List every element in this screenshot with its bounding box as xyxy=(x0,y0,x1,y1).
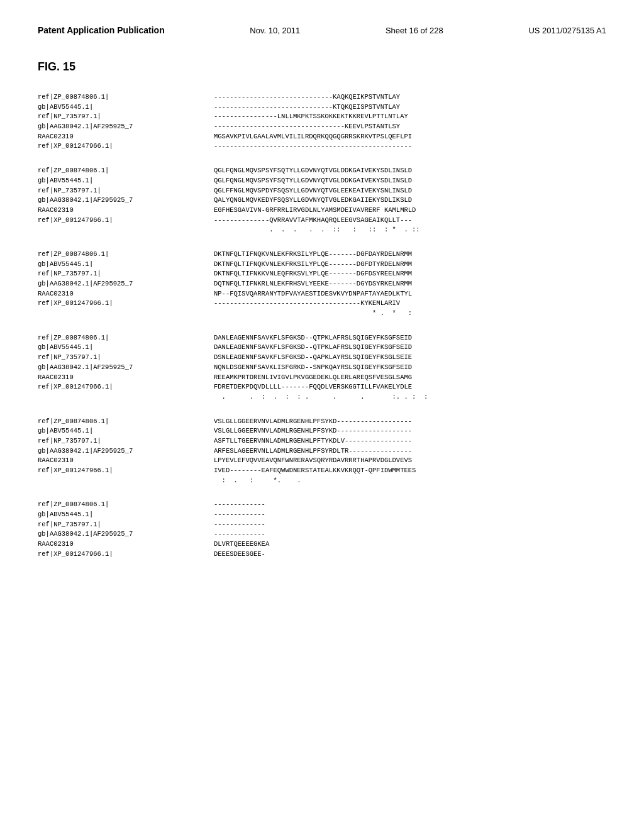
sequence-data: IVED--------EAFEQWWDNERSTATEALKKVKRQQT-Q… xyxy=(214,466,416,475)
sequence-data: ------------- xyxy=(214,520,265,529)
sequence-data: ------------- xyxy=(214,529,265,539)
sequence-id: ref|XP_001247966.1| xyxy=(38,216,214,225)
alignment-row: ref|NP_735797.1|------------- xyxy=(38,520,606,529)
alignment-row: ref|XP_001247966.1|DEEESDEESGEE- xyxy=(38,550,606,559)
sequence-id: RAAC02310 xyxy=(38,373,214,382)
sequence-id: ref|NP_735797.1| xyxy=(38,112,214,121)
alignment-row: gb|ABV55445.1|--------------------------… xyxy=(38,102,606,112)
sequence-data: DKTNFQLTIFNQKVNLEKFRKSILYPLQE-------DGFD… xyxy=(214,250,412,259)
sequence-id: gb|AAG38042.1|AF295925_7 xyxy=(38,279,214,289)
sequence-data: QGLFQNGLMQVSPSYFSQTYLLGDVNYQTVGLDDKGAIVE… xyxy=(214,176,412,185)
sequence-data: VSLGLLGGEERVNVLADMLRGENHLPFSYKD---------… xyxy=(214,426,412,436)
alignment-row: ref|ZP_00874806.1|DKTNFQLTIFNQKVNLEKFRKS… xyxy=(38,250,606,259)
sequence-id: ref|XP_001247966.1| xyxy=(38,141,214,151)
alignment-block-1: ref|ZP_00874806.1|QGLFQNGLMQVSPSYFSQTYLL… xyxy=(38,166,606,235)
sequence-data: -------------------------------------KYK… xyxy=(214,299,400,308)
sequence-id: gb|ABV55445.1| xyxy=(38,510,214,519)
consensus-id xyxy=(38,392,214,402)
alignment-row: gb|ABV55445.1|------------- xyxy=(38,510,606,519)
header-date: Nov. 10, 2011 xyxy=(250,26,300,35)
alignment-row: ref|NP_735797.1|DKTNFQLTIFNKKVNLEQFRKSVL… xyxy=(38,269,606,279)
alignment-row: gb|AAG38042.1|AF295925_7QALYQNGLMQVKEDYF… xyxy=(38,196,606,205)
consensus-id xyxy=(38,476,214,485)
alignment-row: RAAC02310DLVRTQEEEEGKEA xyxy=(38,540,606,549)
sequence-data: NP--FQISVQARRANYTDFVAYAESTIDESVKVYDNPAFT… xyxy=(214,289,412,299)
sequence-data: ARFESLAGEERVNLLADMLRGENHLPFSYRDLTR------… xyxy=(214,446,412,456)
sequence-id: ref|XP_001247966.1| xyxy=(38,382,214,392)
sequence-data: QGLFFNGLMQVSPDYFSQSYLLGDVNYQTVGLEEKEAIVE… xyxy=(214,186,412,196)
sequence-id: gb|ABV55445.1| xyxy=(38,176,214,185)
sequence-id: RAAC02310 xyxy=(38,132,214,141)
consensus-row: . . . . . :: : :: : * . :: xyxy=(38,225,606,235)
figure-title: FIG. 15 xyxy=(38,60,606,74)
alignment-row: ref|NP_735797.1|ASFTLLTGEERVNNLADMLRGENH… xyxy=(38,436,606,446)
alignment-row: RAAC02310NP--FQISVQARRANYTDFVAYAESTIDESV… xyxy=(38,289,606,299)
header-patent: US 2011/0275135 A1 xyxy=(528,26,606,35)
sequence-id: gb|ABV55445.1| xyxy=(38,102,214,112)
alignment-row: ref|NP_735797.1|DSNLEAGENNFSAVKFLSFGKSD-… xyxy=(38,353,606,362)
alignment-block-4: ref|ZP_00874806.1|VSLGLLGGEERVNVLADMLRGE… xyxy=(38,417,606,485)
sequence-data: ------------- xyxy=(214,500,265,509)
sequence-data: ASFTLLTGEERVNNLADMLRGENHLPFTYKDLV-------… xyxy=(214,436,412,446)
alignment-row: RAAC02310REEAMKPRTDRENLIVIGVLPKVGGEDEKLQ… xyxy=(38,373,606,382)
sequence-data: EGFHESGAVIVN-GRFRRLIRVGDLNLYAMSMDEIVAVRE… xyxy=(214,206,416,215)
sequence-data: MGSAVKPIVLGAALAVMLVILILRDQRKQQGQGRRSKRKV… xyxy=(214,132,412,141)
alignment-row: ref|XP_001247966.1|IVED--------EAFEQWWDN… xyxy=(38,466,606,475)
sequence-data: DSNLEAGENNFSAVKFLSFGKSD--QAPKLAYRSLSQIGE… xyxy=(214,353,412,362)
sequence-data: --------------QVRRAVVTAFMKHAQRQLEEGVSAGE… xyxy=(214,216,412,225)
alignment-row: ref|XP_001247966.1|FDRETDEKPDQVDLLLL----… xyxy=(38,382,606,392)
alignment-block-3: ref|ZP_00874806.1|DANLEAGENNFSAVKFLSFGKS… xyxy=(38,333,606,402)
alignment-block-5: ref|ZP_00874806.1|-------------gb|ABV554… xyxy=(38,500,606,558)
alignment-row: gb|AAG38042.1|AF295925_7ARFESLAGEERVNLLA… xyxy=(38,446,606,456)
sequence-id: ref|ZP_00874806.1| xyxy=(38,500,214,509)
sequence-id: ref|NP_735797.1| xyxy=(38,436,214,446)
sequence-data: ------------- xyxy=(214,510,265,519)
alignment-row: ref|ZP_00874806.1|QGLFQNGLMQVSPSYFSQTYLL… xyxy=(38,166,606,175)
sequence-id: RAAC02310 xyxy=(38,289,214,299)
sequence-id: ref|XP_001247966.1| xyxy=(38,550,214,559)
sequence-data: DQTNFQLTIFNKRLNLEKFRHSVLYEEKE-------DGYD… xyxy=(214,279,412,289)
alignment-row: ref|ZP_00874806.1|----------------------… xyxy=(38,92,606,102)
sequence-id: ref|ZP_00874806.1| xyxy=(38,333,214,343)
alignment-block-0: ref|ZP_00874806.1|----------------------… xyxy=(38,92,606,151)
page-header: Patent Application Publication Nov. 10, … xyxy=(38,25,606,35)
consensus-data: . . . . . :: : :: : * . :: xyxy=(214,225,420,235)
sequence-data: DEEESDEESGEE- xyxy=(214,550,265,559)
sequence-data: DKTNFQLTIFNQKVNLEKFRKSILYPLQE-------DGFD… xyxy=(214,260,412,269)
sequence-data: DLVRTQEEEEGKEA xyxy=(214,540,269,549)
sequence-data: LPYEVLEFVQVVEAVQNFWNRERAVSQRYRDAVRRRTHAP… xyxy=(214,456,412,465)
consensus-id xyxy=(38,225,214,235)
sequence-data: ----------------LNLLMKPKTSSKOKKEKTKKREVL… xyxy=(214,112,408,121)
consensus-row: : . : *. . xyxy=(38,476,606,485)
consensus-data: : . : *. . xyxy=(214,476,301,485)
alignment-row: gb|ABV55445.1|QGLFQNGLMQVSPSYFSQTYLLGDVN… xyxy=(38,176,606,185)
sequence-id: ref|ZP_00874806.1| xyxy=(38,250,214,259)
sequence-data: QALYQNGLMQVKEDYFSQSYLLGDVNYQTVGLEDKGAIIE… xyxy=(214,196,412,205)
sequence-data: FDRETDEKPDQVDLLLL-------FQQDLVERSKGGTILL… xyxy=(214,382,412,392)
alignment-row: ref|NP_735797.1|QGLFFNGLMQVSPDYFSQSYLLGD… xyxy=(38,186,606,196)
alignment-row: ref|XP_001247966.1|---------------------… xyxy=(38,299,606,308)
sequence-id: ref|NP_735797.1| xyxy=(38,269,214,279)
sequence-id: RAAC02310 xyxy=(38,206,214,215)
sequence-id: ref|ZP_00874806.1| xyxy=(38,417,214,426)
sequence-data: DANLEAGENNFSAVKFLSFGKSD--QTPKLAFRSLSQIGE… xyxy=(214,333,412,343)
sequence-data: ---------------------------------KEEVLPS… xyxy=(214,122,400,131)
header-sheet: Sheet 16 of 228 xyxy=(386,26,443,35)
alignment-block-2: ref|ZP_00874806.1|DKTNFQLTIFNQKVNLEKFRKS… xyxy=(38,250,606,318)
sequence-id: ref|NP_735797.1| xyxy=(38,186,214,196)
consensus-row: . . : . : : . . . :. . : : xyxy=(38,392,606,402)
sequence-id: gb|AAG38042.1|AF295925_7 xyxy=(38,529,214,539)
sequence-id: gb|AAG38042.1|AF295925_7 xyxy=(38,363,214,372)
alignment-row: ref|XP_001247966.1|--------------QVRRAVV… xyxy=(38,216,606,225)
alignment-row: RAAC02310EGFHESGAVIVN-GRFRRLIRVGDLNLYAMS… xyxy=(38,206,606,215)
sequence-id: gb|ABV55445.1| xyxy=(38,260,214,269)
alignment-row: gb|AAG38042.1|AF295925_7----------------… xyxy=(38,122,606,131)
consensus-data: . . : . : : . . . :. . : : xyxy=(214,392,428,402)
sequence-id: ref|XP_001247966.1| xyxy=(38,299,214,308)
sequence-id: RAAC02310 xyxy=(38,456,214,465)
alignment-row: RAAC02310LPYEVLEFVQVVEAVQNFWNRERAVSQRYRD… xyxy=(38,456,606,465)
sequence-id: ref|XP_001247966.1| xyxy=(38,466,214,475)
header-publication: Patent Application Publication xyxy=(38,25,165,35)
sequence-id: ref|NP_735797.1| xyxy=(38,520,214,529)
sequence-data: DKTNFQLTIFNKKVNLEQFRKSVLYPLQE-------DGFD… xyxy=(214,269,412,279)
